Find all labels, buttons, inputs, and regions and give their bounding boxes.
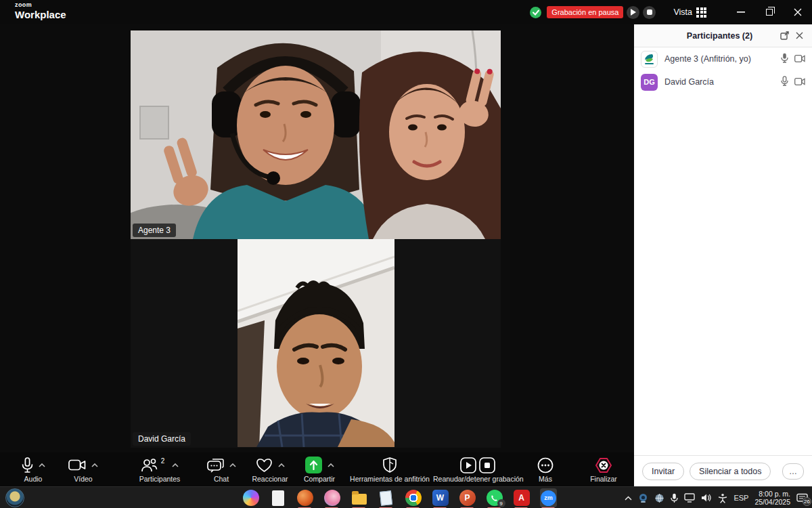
- agente3-avatar: [641, 51, 658, 68]
- titlebar: zoom Workplace Grabación en pausa Vista: [0, 0, 812, 24]
- audio-button[interactable]: Audio: [8, 456, 58, 483]
- participant-row-agente3[interactable]: Agente 3 (Anfitrión, yo): [634, 47, 812, 70]
- word-icon[interactable]: W: [432, 490, 449, 507]
- chevron-up-icon[interactable]: [39, 463, 45, 467]
- grid-view-icon: [696, 7, 706, 18]
- clock-time: 8:00 p. m.: [754, 490, 790, 498]
- participant-name-overlay: Agente 3: [133, 224, 176, 237]
- chevron-up-icon[interactable]: [625, 496, 632, 501]
- chat-button[interactable]: Chat: [199, 456, 244, 483]
- host-tools-button[interactable]: Herramientas de anfitrión: [346, 456, 433, 483]
- meeting-toolbar: Audio Vídeo 2 Participantes Chat Reaccio…: [0, 452, 634, 486]
- whatsapp-icon[interactable]: 9: [486, 490, 503, 507]
- chevron-up-icon[interactable]: [91, 463, 98, 467]
- mute-all-button[interactable]: Silenciar a todos: [690, 463, 771, 480]
- david-video-feed: [238, 239, 394, 447]
- resume-recording-icon[interactable]: [460, 457, 476, 473]
- clock[interactable]: 8:00 p. m. 25/04/2025: [754, 490, 790, 506]
- video-camera-icon: [68, 459, 86, 471]
- accessibility-icon[interactable]: [718, 493, 727, 503]
- powerpoint-icon[interactable]: P: [459, 490, 476, 507]
- stop-recording-icon[interactable]: [479, 457, 495, 473]
- participant-row-david[interactable]: DG David García: [634, 70, 812, 93]
- chevron-up-icon[interactable]: [172, 463, 179, 467]
- camera-icon: [794, 53, 805, 65]
- participant-name-overlay: David García: [133, 432, 191, 446]
- chevron-up-icon[interactable]: [328, 463, 334, 467]
- whatsapp-badge: 9: [497, 499, 505, 507]
- document-icon[interactable]: [269, 490, 286, 507]
- windows-taskbar: W P 9 A zm ESP: [0, 486, 812, 508]
- view-label: Vista: [673, 7, 692, 17]
- start-icon[interactable]: [5, 488, 24, 507]
- participants-panel-title: Participantes (2): [639, 31, 777, 41]
- shield-check-icon[interactable]: [530, 7, 541, 18]
- photos-icon[interactable]: [323, 490, 340, 507]
- end-call-icon: [595, 457, 612, 473]
- notepad-icon[interactable]: [378, 490, 394, 507]
- restore-icon: [766, 9, 773, 16]
- david-avatar: DG: [641, 74, 658, 91]
- mic-icon: [781, 53, 788, 66]
- share-button[interactable]: Compartir: [295, 456, 344, 483]
- view-menu[interactable]: Vista: [673, 7, 706, 18]
- language-indicator[interactable]: ESP: [734, 494, 748, 502]
- copilot-icon[interactable]: [242, 490, 259, 507]
- more-button[interactable]: Más: [526, 456, 564, 483]
- chevron-up-icon[interactable]: [229, 463, 236, 467]
- notification-count-badge: 26: [803, 497, 811, 506]
- video-tile-david[interactable]: David García: [131, 239, 501, 448]
- end-meeting-button[interactable]: Finalizar: [581, 456, 627, 483]
- network-globe-icon[interactable]: [654, 493, 664, 503]
- popout-icon[interactable]: [777, 28, 792, 43]
- folder-icon[interactable]: [351, 490, 367, 507]
- participant-name: Agente 3 (Anfitrión, yo): [664, 54, 774, 64]
- camera-icon: [794, 76, 805, 88]
- share-up-arrow-icon: [305, 457, 322, 473]
- chat-icon: [207, 458, 224, 473]
- panel-more-button[interactable]: …: [782, 463, 804, 480]
- restore-button[interactable]: [755, 0, 784, 24]
- participants-panel: Participantes (2) Agente 3 (Anfitrión, y…: [634, 24, 812, 486]
- agente3-video-feed: [131, 30, 501, 239]
- host-shield-icon: [383, 457, 397, 473]
- recording-controls[interactable]: Reanudar/detener grabación: [433, 456, 522, 483]
- mic-icon: [22, 457, 33, 473]
- brand-zoom: zoom: [15, 2, 66, 8]
- video-stage: Agente 3: [0, 24, 634, 452]
- minimize-button[interactable]: [727, 0, 755, 24]
- heart-icon: [256, 458, 273, 473]
- brand-workplace: Workplace: [15, 9, 66, 20]
- participants-panel-header: Participantes (2): [634, 24, 812, 47]
- chevron-up-icon[interactable]: [278, 463, 285, 467]
- chrome-icon[interactable]: [405, 490, 422, 507]
- participant-name: David García: [664, 77, 774, 87]
- webcam-icon[interactable]: [638, 493, 648, 503]
- microphone-icon[interactable]: [671, 493, 678, 503]
- video-button[interactable]: Vídeo: [58, 456, 108, 483]
- close-panel-icon[interactable]: [792, 28, 807, 43]
- mic-icon: [781, 76, 788, 89]
- speaker-icon[interactable]: [701, 493, 712, 503]
- participants-panel-footer: Invitar Silenciar a todos …: [634, 455, 812, 486]
- notification-icon[interactable]: 26: [796, 493, 808, 503]
- close-button[interactable]: [784, 0, 812, 24]
- acrobat-icon[interactable]: A: [513, 490, 530, 507]
- participants-button[interactable]: 2 Participantes: [129, 456, 191, 483]
- participants-count-badge: 2: [161, 457, 165, 465]
- monitor-icon[interactable]: [684, 493, 695, 503]
- app-logo: zoom Workplace: [15, 2, 66, 20]
- stop-recording-button[interactable]: [643, 6, 656, 19]
- clock-date: 25/04/2025: [754, 498, 790, 506]
- participants-icon: [141, 458, 158, 473]
- invite-button[interactable]: Invitar: [642, 463, 684, 480]
- video-tile-agente3[interactable]: Agente 3: [131, 30, 501, 239]
- ellipsis-circle-icon: [537, 457, 554, 473]
- recording-status-badge: Grabación en pausa: [547, 6, 623, 18]
- resume-recording-button[interactable]: [627, 6, 639, 19]
- zoom-app-icon[interactable]: zm: [540, 490, 557, 507]
- paint-icon[interactable]: [296, 490, 313, 507]
- react-button[interactable]: Reaccionar: [244, 456, 296, 483]
